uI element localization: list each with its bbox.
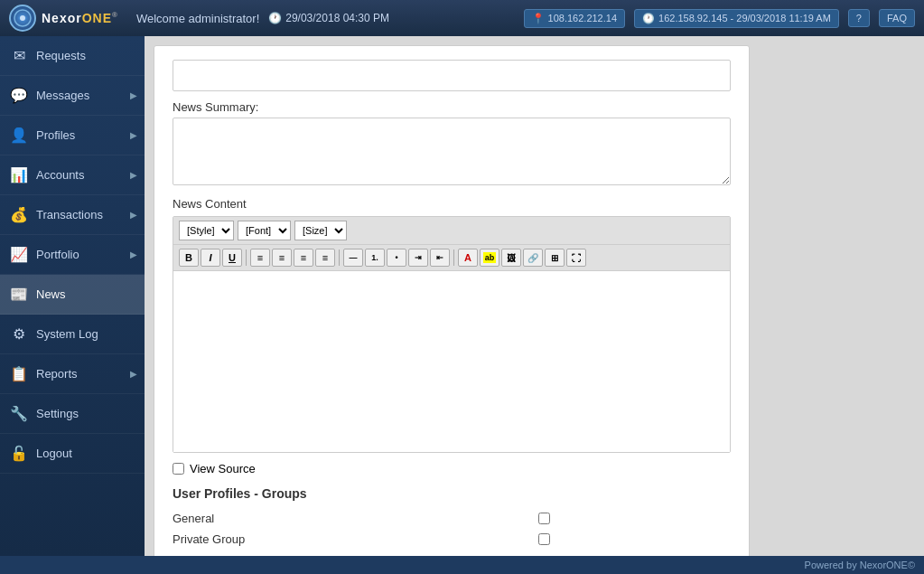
profile-name-general: General [173,512,214,525]
sidebar-label-requests: Requests [36,49,86,62]
italic-button[interactable]: I [201,249,220,267]
footer: Powered by NexorONE© [0,556,924,574]
sidebar-item-messages[interactable]: Messages ▶ [0,76,145,116]
profile-checkbox-private[interactable] [538,533,550,545]
help-button[interactable]: ? [848,9,870,27]
sidebar-item-accounts[interactable]: Accounts ▶ [0,155,145,195]
sidebar-label-news: News [36,287,66,301]
news-icon [9,286,29,303]
session-badge: 🕐 162.158.92.145 - 29/03/2018 11:19 AM [634,9,839,28]
align-justify-button[interactable]: ≡ [315,249,335,267]
sidebar-item-settings[interactable]: Settings [0,394,145,434]
unordered-list-button[interactable]: • [387,249,406,267]
main-layout: Requests Messages ▶ Profiles ▶ Accounts … [0,36,924,556]
rich-text-editor: [Style] [Font] [Size] B I U [173,216,731,453]
reports-arrow-icon: ▶ [130,369,137,379]
outdent-button[interactable]: ⇤ [430,249,450,267]
svg-point-1 [20,15,25,21]
view-source-checkbox[interactable] [173,463,184,475]
content-area: News Summary: News Content [Style] [Font… [145,36,924,556]
transactions-icon [9,206,29,223]
rte-toolbar-dropdowns: [Style] [Font] [Size] [173,217,730,245]
ip-badge: 📍 108.162.212.14 [524,9,625,28]
sidebar-label-accounts: Accounts [36,168,84,182]
rte-toolbar-format: B I U ≡ ≡ ≡ ≡ — 1. • ⇥ ⇤ [173,245,730,271]
sidebar-item-portfolio[interactable]: Portfolio ▶ [0,235,145,275]
content-panel: News Summary: News Content [Style] [Font… [154,45,750,556]
separator-1 [246,249,247,266]
rte-content-area[interactable] [173,271,730,452]
footer-text: Powered by NexorONE© [805,560,915,570]
title-row [173,60,731,91]
profiles-arrow-icon: ▶ [130,130,137,140]
view-source-label: View Source [190,462,256,475]
profile-row-private: Private Group [173,529,731,550]
sidebar-label-logout: Logout [36,447,72,460]
align-right-button[interactable]: ≡ [294,249,313,267]
sidebar-label-transactions: Transactions [36,208,103,221]
sidebar-item-syslog[interactable]: System Log [0,315,145,354]
font-select[interactable]: [Font] [238,221,291,240]
sidebar-item-reports[interactable]: Reports ▶ [0,354,145,394]
news-summary-label: News Summary: [173,100,731,114]
hr-button[interactable]: — [343,249,363,267]
header: NexorONE® Welcome administrator! 🕐 29/03… [0,0,924,36]
logo-icon [9,5,36,32]
accounts-icon [9,166,29,183]
insert-image-button[interactable]: 🖼 [501,249,521,267]
syslog-icon [9,325,29,343]
separator-2 [339,249,340,266]
underline-button[interactable]: U [222,249,242,267]
sidebar-label-settings: Settings [36,407,79,420]
profile-name-private: Private Group [173,532,245,546]
logo-text: NexorONE® [42,11,118,25]
header-datetime: 🕐 29/03/2018 04:30 PM [268,12,389,24]
font-color-button[interactable]: A [458,249,478,267]
sidebar-label-portfolio: Portfolio [36,248,79,261]
ordered-list-button[interactable]: 1. [365,249,385,267]
sidebar-item-requests[interactable]: Requests [0,36,145,76]
user-profiles-title: User Profiles - Groups [173,486,731,501]
fullscreen-button[interactable]: ⛶ [566,249,586,267]
sidebar: Requests Messages ▶ Profiles ▶ Accounts … [0,36,145,556]
messages-icon [9,87,29,104]
news-title-input[interactable] [173,60,731,91]
view-source-row: View Source [173,462,731,475]
portfolio-arrow-icon: ▶ [130,249,137,259]
news-content-label: News Content [173,197,731,211]
highlight-button[interactable]: ab [480,249,499,267]
align-center-button[interactable]: ≡ [272,249,292,267]
messages-arrow-icon: ▶ [130,90,137,100]
sidebar-item-transactions[interactable]: Transactions ▶ [0,195,145,235]
requests-icon [9,47,29,64]
sidebar-item-news[interactable]: News [0,275,145,315]
settings-icon [9,405,29,422]
profile-row-general: General [173,508,731,529]
size-select[interactable]: [Size] [294,221,347,240]
sidebar-label-profiles: Profiles [36,128,75,142]
news-summary-input[interactable] [173,118,731,185]
bold-button[interactable]: B [179,249,199,267]
welcome-text: Welcome administrator! [136,12,259,25]
logout-icon [9,445,29,462]
insert-link-button[interactable]: 🔗 [523,249,543,267]
sidebar-item-profiles[interactable]: Profiles ▶ [0,116,145,155]
portfolio-icon [9,246,29,263]
sidebar-label-messages: Messages [36,89,89,102]
profiles-icon [9,127,29,144]
news-content-row: News Content [Style] [Font] [Size] [173,197,731,453]
style-select[interactable]: [Style] [179,221,234,240]
align-left-button[interactable]: ≡ [250,249,270,267]
insert-table-button[interactable]: ⊞ [545,249,565,267]
logo-area: NexorONE® [9,5,118,32]
transactions-arrow-icon: ▶ [130,210,137,220]
sidebar-item-logout[interactable]: Logout [0,434,145,474]
news-summary-row: News Summary: [173,100,731,188]
reports-icon [9,365,29,382]
profile-checkbox-general[interactable] [538,513,550,524]
sidebar-label-syslog: System Log [36,327,98,341]
faq-button[interactable]: FAQ [879,9,915,27]
sidebar-label-reports: Reports [36,367,78,381]
accounts-arrow-icon: ▶ [130,170,137,180]
indent-button[interactable]: ⇥ [408,249,428,267]
